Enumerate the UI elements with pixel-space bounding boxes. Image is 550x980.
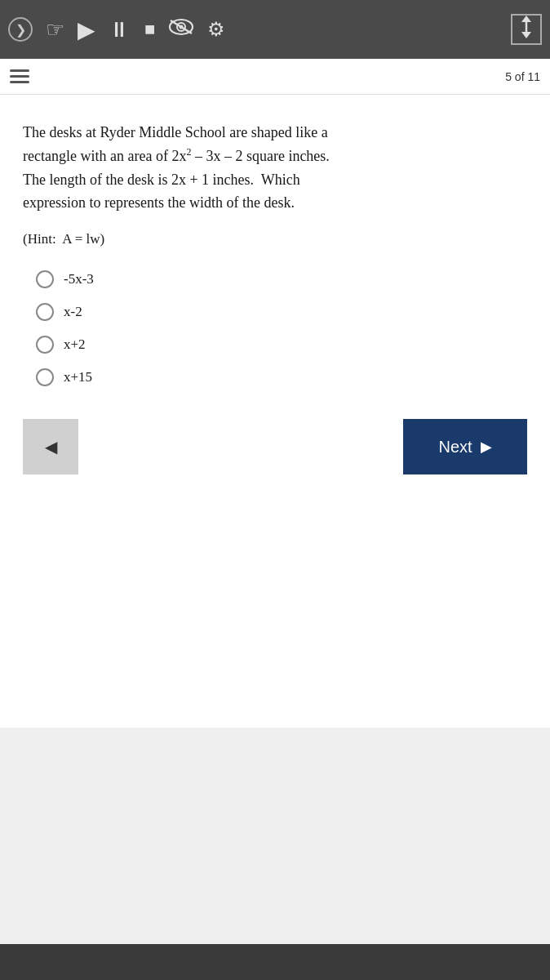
stop-button[interactable]: ■	[144, 19, 155, 40]
question-line-2: rectangle with an area of 2x2 – 3x – 2 s…	[23, 148, 330, 164]
next-arrow-icon: ▶	[481, 438, 492, 456]
choice-radio-2[interactable]	[36, 303, 54, 321]
next-button[interactable]: Next ▶	[403, 419, 527, 474]
pause-button[interactable]: ⏸	[109, 17, 131, 42]
hamburger-line	[10, 81, 29, 83]
choice-label-4: x+15	[64, 369, 92, 385]
nav-arrow-button[interactable]: ❯	[8, 17, 33, 42]
resize-icon	[517, 16, 535, 44]
hand-tool-button[interactable]: ☞	[46, 17, 64, 42]
choice-item-2[interactable]: x-2	[36, 303, 527, 321]
hand-icon: ☞	[46, 17, 64, 42]
choice-label-3: x+2	[64, 336, 86, 353]
gear-icon: ⚙	[207, 18, 225, 41]
svg-marker-4	[521, 16, 531, 22]
toolbar: ❯ ☞ ▶ ⏸ ■ ⚙	[0, 0, 550, 59]
choice-item-4[interactable]: x+15	[36, 368, 527, 386]
resize-button[interactable]	[511, 14, 542, 45]
hint-label: (Hint: A = lw)	[23, 231, 104, 247]
answer-choices: -5x-3 x-2 x+2 x+15	[23, 270, 527, 386]
main-content: The desks at Ryder Middle School are sha…	[0, 95, 550, 728]
choice-label-1: -5x-3	[64, 271, 94, 287]
next-label: Next	[438, 438, 472, 457]
bottom-bar	[0, 944, 550, 980]
question-line-1: The desks at Ryder Middle School are sha…	[23, 124, 328, 140]
question-text: The desks at Ryder Middle School are sha…	[23, 121, 527, 215]
hamburger-line	[10, 75, 29, 78]
play-button[interactable]: ▶	[78, 16, 95, 43]
page-counter: 5 of 11	[505, 70, 540, 83]
hint-text: (Hint: A = lw)	[23, 231, 527, 247]
menu-button[interactable]	[10, 69, 29, 83]
eye-icon	[168, 18, 194, 41]
choice-radio-4[interactable]	[36, 368, 54, 386]
play-icon: ▶	[78, 16, 95, 43]
subbar: 5 of 11	[0, 59, 550, 95]
svg-marker-5	[521, 32, 531, 38]
stop-icon: ■	[144, 19, 155, 40]
question-line-3: The length of the desk is 2x + 1 inches.…	[23, 172, 300, 188]
eye-button[interactable]	[168, 18, 194, 41]
pause-icon: ⏸	[109, 17, 131, 42]
question-line-4: expression to represents the width of th…	[23, 194, 295, 211]
settings-button[interactable]: ⚙	[207, 18, 225, 41]
choice-radio-3[interactable]	[36, 336, 54, 354]
choice-item-1[interactable]: -5x-3	[36, 270, 527, 288]
chevron-right-icon: ❯	[16, 22, 26, 38]
nav-buttons: ◀ Next ▶	[23, 419, 527, 474]
hamburger-line	[10, 69, 29, 72]
choice-label-2: x-2	[64, 304, 82, 320]
footer-area	[0, 728, 550, 944]
choice-radio-1[interactable]	[36, 270, 54, 288]
choice-item-3[interactable]: x+2	[36, 336, 527, 354]
back-arrow-icon: ◀	[45, 437, 57, 457]
back-button[interactable]: ◀	[23, 419, 78, 474]
